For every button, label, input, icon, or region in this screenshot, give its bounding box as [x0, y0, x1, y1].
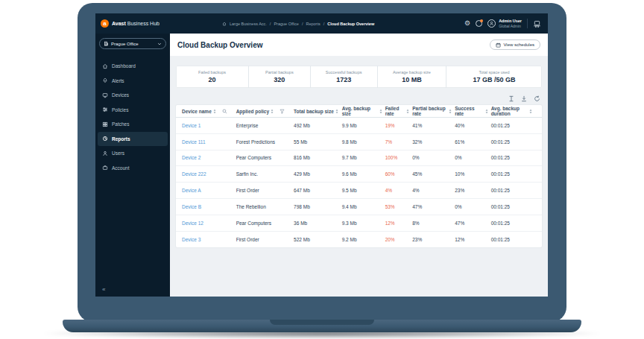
- cell-avg: 9.4 Mb: [342, 204, 385, 209]
- stat-partial-backups: Partial backups320: [248, 66, 309, 88]
- sort-icon[interactable]: [449, 109, 452, 114]
- cell-policy: First Order: [236, 237, 294, 242]
- sidebar-item-label: Policies: [112, 107, 128, 113]
- column-label: Partial backup rate: [412, 106, 447, 116]
- pie-icon: [102, 136, 108, 142]
- sidebar-item-account[interactable]: Account: [98, 161, 168, 176]
- cell-total: 55 Mb: [294, 139, 342, 145]
- view-schedules-button[interactable]: View schedules: [490, 39, 540, 50]
- sort-icon[interactable]: [485, 109, 488, 114]
- device-link[interactable]: Device B: [182, 204, 236, 209]
- sort-icon[interactable]: [213, 109, 216, 114]
- sort-icon[interactable]: [271, 109, 274, 114]
- cell-policy: The Rebellion: [236, 204, 294, 209]
- stat-value: 17 GB /50 GB: [473, 76, 516, 83]
- laptop-base: [63, 320, 581, 332]
- sidebar-item-alerts[interactable]: Alerts: [98, 74, 168, 89]
- cell-success: 47%: [455, 221, 490, 226]
- avast-logo-icon: a: [101, 19, 109, 28]
- sidebar-item-devices[interactable]: Devices: [98, 88, 168, 103]
- cell-success: 61%: [455, 139, 490, 145]
- device-link[interactable]: Device 1: [182, 123, 236, 128]
- breadcrumb-link[interactable]: Prague Office: [274, 22, 299, 26]
- download-icon[interactable]: [521, 95, 527, 102]
- cell-policy: First Order: [236, 188, 294, 193]
- cell-failed: 4%: [385, 188, 413, 193]
- column-search-icon[interactable]: [222, 109, 227, 114]
- cell-total: 429 Mb: [294, 171, 342, 177]
- cell-success: 40%: [455, 123, 490, 128]
- user-name: Admin User: [499, 19, 522, 24]
- device-link[interactable]: Device 12: [182, 221, 236, 226]
- table-row: Device 1Enterprise492 Mb9.9 Mb19%41%40%0…: [176, 118, 542, 134]
- sort-icon[interactable]: [335, 109, 338, 114]
- sidebar-item-label: Devices: [112, 92, 129, 98]
- sort-icon[interactable]: [529, 109, 532, 114]
- org-selector-dropdown[interactable]: Prague Office: [99, 38, 166, 49]
- column-header-device-name[interactable]: Device name: [182, 109, 236, 114]
- cell-total: 522 Mb: [294, 237, 342, 242]
- top-bar: a Avast Business Hub Large Business Acc.…: [95, 13, 548, 34]
- laptop-screen: a Avast Business Hub Large Business Acc.…: [95, 13, 548, 297]
- stat-value: 1723: [336, 76, 351, 83]
- device-link[interactable]: Device 111: [182, 139, 236, 145]
- user-role: Global Admin: [499, 24, 522, 28]
- breadcrumb-link[interactable]: Large Business Acc.: [230, 22, 267, 26]
- user-menu[interactable]: Admin User Global Admin: [487, 19, 522, 28]
- cell-avg: 9.5 Mb: [342, 188, 385, 193]
- cell-total: 36 Mb: [294, 221, 342, 226]
- stat-label: Partial backups: [265, 70, 294, 75]
- breadcrumb-link[interactable]: Reports: [306, 22, 320, 26]
- column-label: Applied policy: [236, 109, 269, 114]
- table-header-row: Device nameApplied policyTotal backup si…: [176, 105, 542, 118]
- breadcrumb: Large Business Acc./Prague Office/Report…: [222, 22, 374, 26]
- device-link[interactable]: Device 222: [182, 171, 236, 177]
- sidebar-item-dashboard[interactable]: Dashboard: [98, 59, 168, 74]
- cell-avg: 9.6 Mb: [342, 171, 385, 177]
- column-label: Avg. backup size: [342, 106, 378, 116]
- device-link[interactable]: Device 3: [182, 237, 236, 242]
- column-header-avg-backup-size[interactable]: Avg. backup size: [342, 106, 385, 116]
- device-link[interactable]: Device 2: [182, 155, 236, 160]
- cell-duration: 00:01:25: [491, 139, 536, 145]
- column-filter-icon[interactable]: [280, 109, 285, 114]
- refresh-icon[interactable]: [534, 95, 540, 102]
- settings-gear-icon[interactable]: ⚙: [464, 20, 470, 27]
- device-link[interactable]: Device A: [182, 188, 236, 193]
- content-area: Failed backups20Partial backups320Succes…: [170, 56, 548, 297]
- column-header-failed-rate[interactable]: Failed rate: [385, 106, 413, 116]
- view-schedules-label: View schedules: [503, 42, 534, 47]
- console-apps-icon[interactable]: [533, 20, 541, 28]
- cell-avg: 9.7 Mb: [342, 155, 385, 160]
- page-title: Cloud Backup Overview: [177, 41, 262, 49]
- column-header-avg-backup-duration[interactable]: Avg. backup duration: [491, 106, 536, 116]
- column-header-applied-policy[interactable]: Applied policy: [236, 109, 294, 114]
- column-label: Total backup size: [294, 109, 334, 114]
- sidebar-item-policies[interactable]: Policies: [98, 103, 168, 118]
- sidebar-item-label: Alerts: [112, 78, 124, 83]
- sidebar-collapse-button[interactable]: «: [102, 286, 105, 293]
- sort-icon[interactable]: [379, 109, 382, 114]
- notifications-icon[interactable]: [476, 20, 482, 27]
- brand[interactable]: a Avast Business Hub: [95, 19, 170, 28]
- sidebar-item-label: Patches: [112, 121, 130, 127]
- column-header-success-rate[interactable]: Success rate: [455, 106, 490, 116]
- cell-avg: 9.3 Mb: [342, 221, 385, 226]
- column-header-total-backup-size[interactable]: Total backup size: [294, 109, 342, 114]
- cell-failed: 53%: [385, 204, 413, 209]
- table-row: Device 2Pear Computers816 Mb9.7 Mb100%0%…: [176, 151, 542, 167]
- page-header: Cloud Backup Overview View schedules: [170, 34, 548, 56]
- chevron-down-icon: [157, 42, 162, 46]
- sidebar-item-patches[interactable]: Patches: [98, 117, 168, 132]
- stat-label: Average backup size: [393, 70, 431, 75]
- column-header-partial-backup-rate[interactable]: Partial backup rate: [412, 106, 455, 116]
- sort-icon[interactable]: [406, 109, 409, 114]
- cell-success: 0%: [455, 155, 490, 160]
- page: a Avast Business Hub Large Business Acc.…: [0, 0, 644, 339]
- manage-columns-icon[interactable]: [508, 95, 514, 102]
- sidebar-item-users[interactable]: Users: [98, 146, 168, 161]
- sidebar-item-reports[interactable]: Reports: [98, 132, 168, 147]
- stat-label: Successful backups: [326, 70, 362, 75]
- table-row: Device 12Pear Computers36 Mb9.3 Mb12%8%4…: [176, 215, 542, 232]
- stats-summary-card: Failed backups20Partial backups320Succes…: [176, 66, 542, 88]
